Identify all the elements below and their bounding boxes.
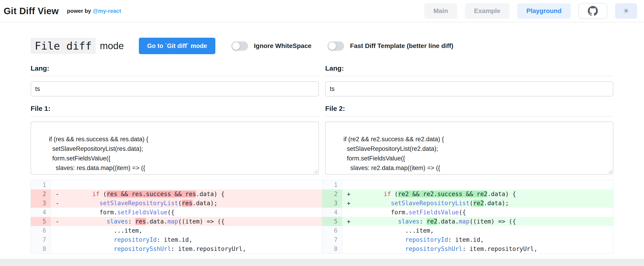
github-icon — [588, 6, 598, 16]
diff-sign: - — [51, 199, 64, 208]
line-number: 1 — [31, 180, 51, 189]
code-line: if (re2 && re2.success && re2.data) { — [355, 189, 516, 199]
main-content: File diff mode Go to `Git diff` mode Ign… — [0, 38, 644, 254]
diff-line: 5+ slaves: re2.data.map((item) => ({ — [322, 217, 613, 226]
file1-column: Lang: File 1: if (res && res.success && … — [30, 65, 319, 175]
line-number: 7 — [31, 235, 51, 244]
diff-line: 7 repositoryId: item.id, — [322, 235, 613, 244]
power-by-link[interactable]: @my-react — [93, 8, 121, 14]
diff-line: 3+ setSlaveRepositoryList(re2.data); — [322, 199, 613, 208]
line-number: 3 — [322, 199, 342, 208]
fast-diff-template-label: Fast Diff Template (better line diff) — [350, 42, 453, 50]
ignore-whitespace-toggle[interactable] — [231, 41, 248, 51]
lang-label-right: Lang: — [325, 65, 614, 76]
theme-toggle-button[interactable]: ☀ — [615, 3, 637, 19]
diff-line: 6 ...item, — [322, 226, 613, 235]
diff-sign: - — [51, 189, 64, 199]
line-number: 5 — [31, 217, 51, 226]
mode-heading-word: mode — [100, 41, 124, 51]
diff-sign — [342, 180, 355, 189]
diff-sign — [51, 244, 64, 253]
diff-sign: + — [342, 189, 355, 199]
app-title: Git Diff View — [4, 6, 59, 16]
diff-line: 5- slaves: res.data.map((item) => ({ — [31, 217, 322, 226]
diff-line: 6 ...item, — [31, 226, 322, 235]
diff-sign: + — [342, 199, 355, 208]
code-line: ...item, — [355, 226, 434, 235]
diff-line: 8 repositorySshUrl: item.repositoryUrl, — [322, 244, 613, 253]
diff-sign — [51, 180, 64, 189]
line-number: 4 — [322, 208, 342, 217]
file2-textarea[interactable]: if (re2 && re2.success && re2.data) { se… — [325, 122, 614, 175]
diff-line: 4 form.setFieldsValue({ — [31, 208, 322, 217]
code-line: form.setFieldsValue({ — [355, 208, 466, 217]
lang-input-left[interactable] — [30, 81, 319, 96]
diff-sign — [51, 226, 64, 235]
file1-textarea[interactable]: if (res && res.success && res.data) { se… — [30, 122, 319, 175]
fast-diff-template-toggle[interactable] — [328, 41, 344, 51]
diff-view: 12- if (res && res.success && res.data) … — [30, 180, 614, 254]
page: Git Diff View power by@my-react Main Exa… — [0, 0, 644, 259]
line-number: 5 — [322, 217, 342, 226]
line-number: 4 — [31, 208, 51, 217]
file2-column: Lang: File 2: if (re2 && re2.success && … — [325, 65, 614, 175]
file2-textarea-wrap: if (re2 && re2.success && re2.data) { se… — [325, 122, 614, 175]
diff-line: 1 — [31, 180, 322, 189]
nav-example-button[interactable]: Example — [465, 3, 510, 19]
mode-heading-code: File diff — [30, 38, 96, 54]
diff-sign — [342, 208, 355, 217]
code-line: repositoryId: item.id, — [64, 235, 192, 244]
code-line: form.setFieldsValue({ — [64, 208, 174, 217]
github-button[interactable] — [578, 3, 607, 19]
line-number: 1 — [322, 180, 342, 189]
line-number: 2 — [322, 189, 342, 199]
mode-row: File diff mode Go to `Git diff` mode Ign… — [30, 38, 614, 54]
line-number: 7 — [322, 235, 342, 244]
diff-sign — [51, 235, 64, 244]
line-number: 2 — [31, 189, 51, 199]
lang-label-left: Lang: — [30, 65, 319, 76]
diff-line: 7 repositoryId: item.id, — [31, 235, 322, 244]
diff-line: 1 — [322, 180, 613, 189]
code-line: repositoryId: item.id, — [355, 235, 484, 244]
code-line: slaves: res.data.map((item) => ({ — [64, 217, 224, 226]
file1-label: File 1: — [30, 105, 319, 117]
file1-textarea-wrap: if (res && res.success && res.data) { se… — [30, 122, 319, 175]
diff-line: 8 repositorySshUrl: item.repositoryUrl, — [31, 244, 322, 253]
line-number: 8 — [322, 244, 342, 253]
diff-sign — [342, 235, 355, 244]
power-by: power by@my-react — [67, 8, 121, 14]
line-number: 6 — [31, 226, 51, 235]
sun-icon: ☀ — [623, 7, 630, 15]
toggle-knob — [328, 42, 336, 50]
code-line: if (res && res.success && res.data) { — [64, 189, 224, 199]
lang-input-right[interactable] — [325, 81, 614, 96]
diff-sign: + — [342, 217, 355, 226]
diff-sign — [342, 226, 355, 235]
code-line: repositorySshUrl: item.repositoryUrl, — [64, 244, 246, 253]
file2-label: File 2: — [325, 105, 614, 117]
diff-line: 4 form.setFieldsValue({ — [322, 208, 613, 217]
code-line: setSlaveRepositoryList(res.data); — [64, 199, 218, 208]
fast-diff-template-group: Fast Diff Template (better line diff) — [328, 41, 453, 51]
nav-playground-button[interactable]: Playground — [517, 3, 571, 19]
diff-sign: - — [51, 217, 64, 226]
code-line: repositorySshUrl: item.repositoryUrl, — [355, 244, 537, 253]
diff-sign — [51, 208, 64, 217]
line-number: 8 — [31, 244, 51, 253]
go-to-git-diff-mode-button[interactable]: Go to `Git diff` mode — [139, 38, 215, 54]
nav-main-button[interactable]: Main — [424, 3, 457, 19]
diff-pane-new: 12+ if (re2 && re2.success && re2.data) … — [322, 180, 613, 253]
header-nav: Main Example Playground ☀ — [424, 3, 637, 19]
line-number: 6 — [322, 226, 342, 235]
diff-line: 2- if (res && res.success && res.data) { — [31, 189, 322, 199]
code-line: slaves: re2.data.map((item) => ({ — [355, 217, 516, 226]
diff-pane-old: 12- if (res && res.success && res.data) … — [31, 180, 322, 253]
ignore-whitespace-group: Ignore WhiteSpace — [231, 41, 312, 51]
ignore-whitespace-label: Ignore WhiteSpace — [254, 42, 312, 50]
line-number: 3 — [31, 199, 51, 208]
app-header: Git Diff View power by@my-react Main Exa… — [0, 0, 644, 22]
diff-line: 2+ if (re2 && re2.success && re2.data) { — [322, 189, 613, 199]
diff-line: 3- setSlaveRepositoryList(res.data); — [31, 199, 322, 208]
diff-sign — [342, 244, 355, 253]
